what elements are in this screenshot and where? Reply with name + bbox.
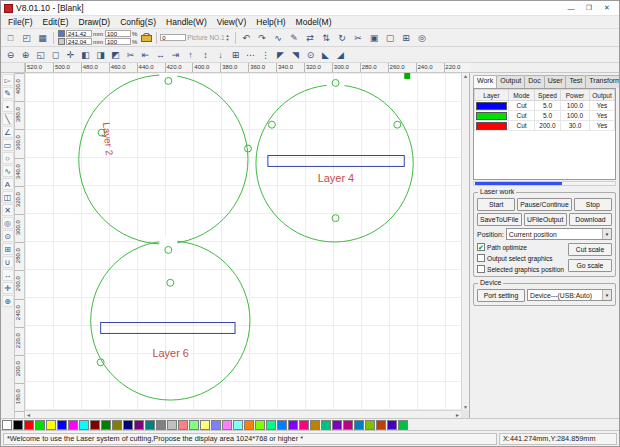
close-button[interactable]: ✕	[598, 2, 616, 15]
palette-color[interactable]	[123, 420, 133, 430]
menu-item[interactable]: Handle(W)	[161, 17, 212, 27]
select-tool-icon[interactable]: ▻	[2, 74, 14, 86]
position-select[interactable]: Current position ▼	[506, 228, 612, 240]
vertical-scrollbar[interactable]: ▲ ▼	[461, 73, 469, 410]
scroll-right-icon[interactable]: ►	[455, 412, 460, 418]
lock-aspect-icon[interactable]	[141, 33, 150, 42]
palette-color[interactable]	[13, 420, 23, 430]
layer-row[interactable]: Cut 5.0 100.0 Yes	[475, 111, 615, 121]
polyline-tool-icon[interactable]: ∠	[2, 126, 14, 138]
go-scale-button[interactable]: Go scale	[568, 259, 612, 272]
column-header[interactable]: Power	[561, 90, 590, 101]
same-size-icon[interactable]: ⊞	[228, 48, 243, 62]
palette-color[interactable]	[222, 420, 232, 430]
palette-color[interactable]	[189, 420, 199, 430]
ungroup-icon[interactable]: ▢	[383, 31, 398, 45]
scroll-left-icon[interactable]: ◄	[26, 412, 31, 418]
zoom-out-icon[interactable]: ⊖	[3, 48, 18, 62]
palette-color[interactable]	[387, 420, 397, 430]
node-edit-tool-icon[interactable]: ✎	[2, 87, 14, 99]
palette-color[interactable]	[68, 420, 78, 430]
palette-color[interactable]	[233, 420, 243, 430]
menu-item[interactable]: Help(H)	[251, 17, 290, 27]
maximize-button[interactable]: ❐	[580, 2, 598, 15]
palette-color[interactable]	[156, 420, 166, 430]
array-copy-icon[interactable]: ⊞	[399, 31, 414, 45]
menu-item[interactable]: Draw(D)	[74, 17, 116, 27]
port-setting-button[interactable]: Port setting	[477, 289, 525, 302]
palette-color[interactable]	[79, 420, 89, 430]
array-tool-icon[interactable]: ⊞	[2, 243, 14, 255]
palette-color[interactable]	[310, 420, 320, 430]
palette-color[interactable]	[2, 420, 12, 430]
palette-color[interactable]	[57, 420, 67, 430]
ufile-output-button[interactable]: UFileOutput	[524, 213, 567, 226]
canvas[interactable]: Layer 2 Layer 4 Layer 6	[25, 73, 461, 410]
offset-tool-icon[interactable]: ◎	[2, 217, 14, 229]
output-select-graphics-checkbox[interactable]: Output select graphics	[477, 254, 566, 262]
align-bottom-icon[interactable]: ↓	[213, 48, 228, 62]
palette-color[interactable]	[365, 420, 375, 430]
minimize-button[interactable]: —	[562, 2, 580, 15]
palette-color[interactable]	[354, 420, 364, 430]
layer6-label[interactable]: Layer 6	[152, 347, 189, 359]
align-center-h-icon[interactable]: ↔	[153, 48, 168, 62]
shape-intersect-icon[interactable]: ◩	[108, 48, 123, 62]
palette-color[interactable]	[332, 420, 342, 430]
offset-icon[interactable]: ◎	[415, 31, 430, 45]
table-scrollbar[interactable]	[473, 181, 616, 186]
hole-circle[interactable]	[332, 215, 339, 222]
curve-tool-icon[interactable]: ∿	[2, 165, 14, 177]
palette-color[interactable]	[134, 420, 144, 430]
palette-color[interactable]	[24, 420, 34, 430]
palette-color[interactable]	[244, 420, 254, 430]
column-header[interactable]: Speed	[535, 90, 561, 101]
scroll-up-icon[interactable]: ▲	[463, 73, 468, 79]
palette-color[interactable]	[277, 420, 287, 430]
zoom-all-icon[interactable]: ◻	[48, 48, 63, 62]
draw-curve-icon[interactable]: ∿	[271, 31, 286, 45]
redo-icon[interactable]: ↷	[255, 31, 270, 45]
palette-color[interactable]	[376, 420, 386, 430]
layer6-slot-rect[interactable]	[101, 323, 235, 334]
zoom-window-icon[interactable]: ◱	[33, 48, 48, 62]
checkbox-box[interactable]: ✔	[477, 243, 485, 251]
align-top-icon[interactable]: ↑	[183, 48, 198, 62]
column-header[interactable]: Mode	[509, 90, 535, 101]
tab-test[interactable]: Test	[565, 75, 586, 88]
pan-icon[interactable]: ✛	[63, 48, 78, 62]
align-left-icon[interactable]: ⇤	[138, 48, 153, 62]
mirror-horizontal-icon[interactable]: ⇄	[303, 31, 318, 45]
palette-color[interactable]	[398, 420, 408, 430]
start-button[interactable]: Start	[477, 198, 515, 211]
rotate-icon[interactable]: ↻	[335, 31, 350, 45]
palette-color[interactable]	[321, 420, 331, 430]
hole-circle[interactable]	[268, 121, 275, 128]
height-field[interactable]: 242.04	[66, 38, 92, 45]
image-tool-icon[interactable]: ◫	[2, 191, 14, 203]
chevron-down-icon[interactable]: ▼	[602, 290, 611, 300]
checkbox-box[interactable]	[477, 254, 485, 262]
menu-item[interactable]: Config(S)	[115, 17, 161, 27]
tab-doc[interactable]: Doc	[524, 75, 544, 88]
layer4-circle[interactable]	[256, 85, 413, 242]
palette-color[interactable]	[255, 420, 265, 430]
weld-tool-icon[interactable]: ∪	[2, 256, 14, 268]
new-file-icon[interactable]: □	[3, 31, 18, 45]
distribute-v-icon[interactable]: ⋮	[258, 48, 273, 62]
palette-color[interactable]	[145, 420, 155, 430]
group-icon[interactable]: ▣	[367, 31, 382, 45]
shape-union-icon[interactable]: ◧	[78, 48, 93, 62]
tab-output[interactable]: Output	[496, 75, 525, 88]
zoom-tool-icon[interactable]: ⊕	[2, 295, 14, 307]
laser-pos-top-left-icon[interactable]: ◤	[273, 48, 288, 62]
palette-color[interactable]	[101, 420, 111, 430]
width-field[interactable]: 241.42	[66, 30, 92, 37]
ellipse-tool-icon[interactable]: ○	[2, 152, 14, 164]
layer2-circle[interactable]	[79, 75, 248, 244]
layer6-circle[interactable]	[91, 241, 250, 400]
align-right-icon[interactable]: ⇥	[168, 48, 183, 62]
palette-color[interactable]	[211, 420, 221, 430]
rotate-angle-field[interactable]: 0	[160, 34, 186, 41]
scissors-icon[interactable]: ✂	[351, 31, 366, 45]
